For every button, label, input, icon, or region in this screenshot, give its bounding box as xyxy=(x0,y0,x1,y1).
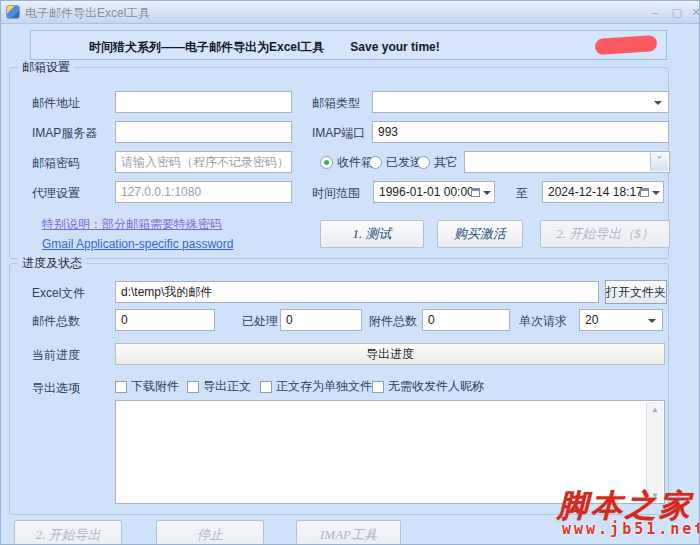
calendar-icon xyxy=(471,188,480,197)
app-window: 电子邮件导出Excel工具 – ▢ ✕ 时间猎犬系列——电子邮件导出为Excel… xyxy=(0,0,700,545)
buy-activate-button[interactable]: 购买激活 xyxy=(437,220,523,248)
mail-type-label: 邮箱类型 xyxy=(312,95,360,112)
watermark-site-url: www.jb51.net xyxy=(562,520,700,538)
attachments-input[interactable] xyxy=(422,309,510,331)
option-body-separate-file[interactable]: 正文存为单独文件 xyxy=(260,378,372,395)
option-download-attachments[interactable]: 下载附件 xyxy=(115,378,179,395)
banner-title: 时间猎犬系列——电子邮件导出为Excel工具 xyxy=(89,40,324,54)
total-mail-input[interactable] xyxy=(115,309,215,331)
dropdown-arrow-icon xyxy=(483,191,491,195)
folder-sent-radio[interactable]: 已发送 xyxy=(369,154,422,171)
total-mail-label: 邮件总数 xyxy=(32,313,80,330)
password-input[interactable] xyxy=(115,151,292,173)
password-label: 邮箱密码 xyxy=(32,155,80,172)
checkbox-icon xyxy=(187,381,199,393)
proxy-input[interactable] xyxy=(115,181,292,203)
dropdown-arrow-icon xyxy=(648,319,656,323)
imap-server-label: IMAP服务器 xyxy=(32,125,97,142)
time-range-label: 时间范围 xyxy=(312,185,360,202)
start-export-paid-button[interactable]: 2. 开始导出（$） xyxy=(540,220,670,248)
time-to-word: 至 xyxy=(516,185,528,202)
folder-inbox-radio[interactable]: 收件箱 xyxy=(320,154,373,171)
attachments-label: 附件总数 xyxy=(369,313,417,330)
progress-status-group-label: 进度及状态 xyxy=(18,256,86,270)
proxy-label: 代理设置 xyxy=(32,185,80,202)
window-title: 电子邮件导出Excel工具 xyxy=(25,5,150,22)
maximize-button[interactable]: ▢ xyxy=(669,6,685,19)
open-folder-button[interactable]: 打开文件夹 xyxy=(605,280,667,304)
imap-server-input[interactable] xyxy=(115,121,292,143)
mail-settings-group-label: 邮箱设置 xyxy=(18,60,74,74)
title-bar[interactable]: 电子邮件导出Excel工具 – ▢ ✕ xyxy=(1,1,699,24)
dropdown-arrow-icon xyxy=(654,101,662,105)
export-progress-bar: 导出进度 xyxy=(115,343,665,365)
checkbox-icon xyxy=(115,381,127,393)
processed-input[interactable] xyxy=(280,309,362,331)
imap-port-input[interactable] xyxy=(372,121,669,143)
checkbox-icon xyxy=(260,381,272,393)
checkbox-icon xyxy=(372,381,384,393)
email-address-input[interactable] xyxy=(115,91,292,113)
excel-file-label: Excel文件 xyxy=(32,285,85,302)
mail-settings-group: 邮箱设置 邮件地址 邮箱类型 IMAP服务器 IMAP端口 邮箱密码 收件箱 已… xyxy=(9,67,669,259)
minimize-button[interactable]: – xyxy=(647,6,663,18)
current-progress-label: 当前进度 xyxy=(32,347,80,364)
radio-icon xyxy=(417,156,430,169)
excel-file-input[interactable] xyxy=(115,281,599,303)
radio-icon xyxy=(369,156,382,169)
stop-button[interactable]: 停止 xyxy=(156,520,264,545)
date-from-picker[interactable]: 1996-01-01 00:00 xyxy=(373,181,495,203)
radio-selected-icon xyxy=(320,156,333,169)
mail-type-combobox[interactable] xyxy=(372,91,669,113)
progress-status-group: 进度及状态 Excel文件 打开文件夹 邮件总数 已处理 附件总数 单次请求 2… xyxy=(9,263,669,515)
test-button[interactable]: 1. 测试 xyxy=(320,220,424,248)
option-no-nicknames[interactable]: 无需收发件人昵称 xyxy=(372,378,484,395)
date-to-picker[interactable]: 2024-12-14 18:17 xyxy=(542,181,664,203)
dropdown-arrow-icon xyxy=(652,191,660,195)
folder-other-radio[interactable]: 其它 xyxy=(417,154,458,171)
export-options-label: 导出选项 xyxy=(32,380,80,397)
banner-slogan: Save your time! xyxy=(350,40,439,54)
scroll-up-icon[interactable]: ▲ xyxy=(647,402,663,416)
special-note-link[interactable]: 特别说明：部分邮箱需要特殊密码 xyxy=(42,216,222,233)
header-banner: 时间猎犬系列——电子邮件导出为Excel工具Save your time! xyxy=(30,30,667,60)
chevron-down-icon: ˇ xyxy=(650,153,668,171)
banner-text: 时间猎犬系列——电子邮件导出为Excel工具Save your time! xyxy=(89,39,440,56)
email-address-label: 邮件地址 xyxy=(32,95,80,112)
batch-request-combobox[interactable]: 20 xyxy=(579,309,663,331)
start-export-button[interactable]: 2. 开始导出 xyxy=(14,520,122,545)
close-button[interactable]: ✕ xyxy=(688,6,700,19)
imap-port-label: IMAP端口 xyxy=(312,125,365,142)
calendar-icon xyxy=(640,188,649,197)
app-icon xyxy=(6,5,20,19)
batch-request-label: 单次请求 xyxy=(519,313,567,330)
processed-label: 已处理 xyxy=(242,313,278,330)
option-export-body[interactable]: 导出正文 xyxy=(187,378,251,395)
imap-tool-button[interactable]: IMAP工具 xyxy=(296,520,401,545)
gmail-password-link[interactable]: Gmail Application-specific password xyxy=(42,237,233,251)
folder-combobox[interactable]: ˇ xyxy=(464,151,670,173)
